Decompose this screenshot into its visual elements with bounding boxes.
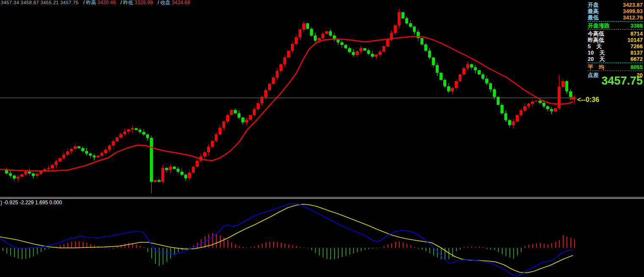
dashed-divider xyxy=(588,63,643,63)
side-panel: 开盘 3423.87 最高 3499.93 最低 3412.79 开盘涨跌 33… xyxy=(588,2,643,78)
row-value: 6672 xyxy=(630,56,643,62)
dif-line xyxy=(0,203,573,276)
dashed-divider xyxy=(588,21,643,22)
row-label: 昨高低 xyxy=(588,37,604,43)
row-label: 平 均 xyxy=(588,64,604,70)
slash-separator: / xyxy=(158,0,159,5)
row-label: 5 天 xyxy=(588,43,602,49)
stat-label: 昨高 xyxy=(86,0,96,6)
slash-separator: / xyxy=(120,0,122,5)
row-value: 3499.93 xyxy=(623,8,643,14)
panel-row-prev-range: 昨高低 10147 xyxy=(588,37,643,43)
stat-label: 收盘 xyxy=(160,0,171,6)
panel-row-today-range: 今高低 8714 xyxy=(588,30,643,37)
row-value: 3412.79 xyxy=(623,14,643,21)
panel-row-10day: 10 天 8137 xyxy=(588,49,643,56)
pane-separator xyxy=(0,197,644,199)
indicator-values-readout: ) -0.925 -2.229 1.695 0.000 xyxy=(0,200,62,206)
stat-prev-low: / 昨低 3328.99 xyxy=(120,0,153,6)
stat-prev-close: / 收盘 3424.69 xyxy=(158,0,190,6)
row-value: 8137 xyxy=(630,49,643,56)
time-to-close-marker: <--0:36 xyxy=(577,96,599,104)
stat-prev-high: / 昨高 3430.46 xyxy=(83,0,116,6)
chart-canvas[interactable] xyxy=(0,0,644,277)
row-value: 8714 xyxy=(630,30,643,37)
panel-row-low: 最低 3412.79 xyxy=(588,14,643,21)
stat-value: 3328.99 xyxy=(135,0,153,5)
row-label: 最高 xyxy=(588,8,599,14)
row-label: 最低 xyxy=(588,14,599,21)
chart-header: 3457.34 3458.87 3455.21 3457.75 / 昨高 343… xyxy=(1,0,190,6)
trading-app: 3457.34 3458.87 3455.21 3457.75 / 昨高 343… xyxy=(0,0,644,277)
dashed-divider xyxy=(588,71,643,71)
dashed-divider xyxy=(588,29,643,30)
row-value: 3388 xyxy=(630,22,643,29)
row-value: 3423.87 xyxy=(623,2,643,8)
row-value: 10147 xyxy=(627,37,643,43)
row-value: 8055 xyxy=(630,64,643,70)
slash-separator: / xyxy=(83,0,85,5)
row-label: 今高低 xyxy=(588,30,604,37)
panel-row-20day: 20 天 6672 xyxy=(588,56,643,62)
row-label: 开盘涨跌 xyxy=(588,22,610,29)
stat-label: 昨低 xyxy=(123,0,133,6)
panel-row-open: 开盘 3423.87 xyxy=(588,2,643,8)
stat-value: 3430.46 xyxy=(97,0,116,5)
panel-row-average: 平 均 8055 xyxy=(588,64,643,70)
row-label: 10 天 xyxy=(588,49,605,56)
row-value: 7266 xyxy=(630,43,643,49)
ma-line xyxy=(0,36,572,171)
row-label: 开盘 xyxy=(588,2,599,8)
panel-row-high: 最高 3499.93 xyxy=(588,8,643,14)
row-label: 20 天 xyxy=(588,56,605,62)
stat-value: 3424.69 xyxy=(172,0,190,5)
last-price: 3457.75 xyxy=(588,74,643,88)
panel-row-5day: 5 天 7266 xyxy=(588,43,643,49)
panel-row-open-change: 开盘涨跌 3388 xyxy=(588,22,643,29)
candles-layer xyxy=(1,9,576,193)
bar-ohlc-readout: 3457.34 3458.87 3455.21 3457.75 xyxy=(1,0,79,5)
